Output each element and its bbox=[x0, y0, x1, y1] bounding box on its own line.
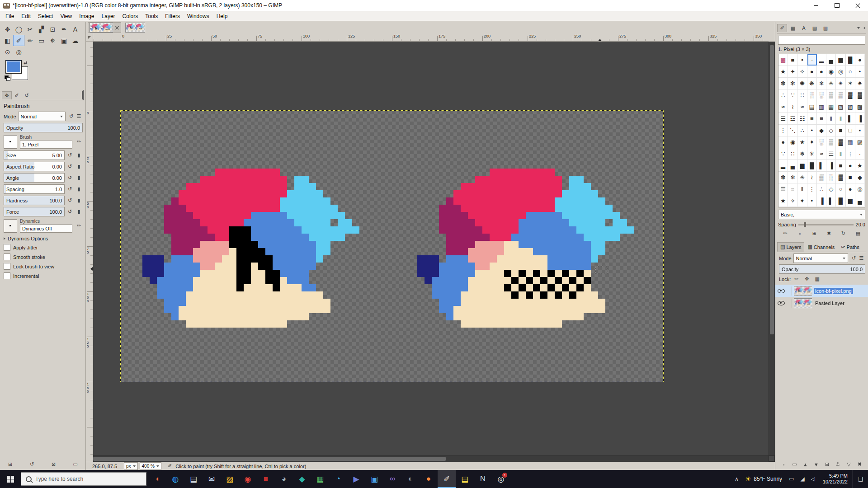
checkbox-box[interactable] bbox=[4, 272, 10, 279]
brush-swatch[interactable]: ☲ bbox=[788, 113, 797, 125]
brush-swatch[interactable]: ▂ bbox=[778, 160, 788, 172]
brush-swatch[interactable]: ≀ bbox=[788, 101, 797, 113]
lock-position[interactable]: ✥ bbox=[803, 275, 811, 283]
brush-swatch[interactable]: ▄ bbox=[826, 54, 836, 66]
brush-swatch[interactable]: ❋ bbox=[807, 78, 817, 89]
brush-swatch[interactable]: ▦ bbox=[846, 136, 855, 148]
menu-layer[interactable]: Layer bbox=[98, 11, 119, 21]
brush-swatch[interactable]: ☰ bbox=[778, 113, 788, 125]
edit-dynamics-icon[interactable]: ✏ bbox=[75, 222, 83, 230]
minimize-button[interactable] bbox=[806, 0, 826, 11]
brush-swatch[interactable]: ≀ bbox=[807, 172, 817, 183]
reset-tool-options[interactable]: ▭ bbox=[71, 460, 79, 468]
start-button[interactable] bbox=[0, 470, 21, 488]
brush-swatch[interactable]: ✽ bbox=[778, 78, 788, 89]
brush-swatch[interactable]: ● bbox=[778, 136, 788, 148]
taskbar-app-4[interactable]: ◕ bbox=[275, 470, 293, 488]
taskbar-app-9[interactable]: ▣ bbox=[365, 470, 383, 488]
brush-filter-input[interactable] bbox=[778, 36, 865, 45]
brush-swatch[interactable]: · bbox=[855, 148, 865, 160]
tool-options-tab[interactable]: ✥ bbox=[2, 91, 12, 99]
brush-swatch[interactable]: □ bbox=[846, 125, 855, 136]
brush-swatch[interactable]: ● bbox=[855, 54, 865, 66]
delete-tool-preset[interactable]: ⊠ bbox=[50, 460, 57, 468]
brush-swatch[interactable]: ❄ bbox=[797, 148, 807, 160]
brush-swatch[interactable]: ● bbox=[807, 66, 817, 78]
brush-tag-filter[interactable]: Basic, bbox=[778, 210, 865, 219]
angle-slider[interactable]: Angle0.00 bbox=[4, 173, 65, 183]
taskbar-app-1[interactable]: ◖ bbox=[148, 470, 166, 488]
brush-swatch[interactable]: ‖ bbox=[836, 148, 845, 160]
refresh-brushes[interactable]: ↻ bbox=[840, 230, 847, 237]
brush-swatch[interactable]: ✦ bbox=[797, 195, 807, 207]
brush-swatch[interactable]: ★ bbox=[778, 195, 788, 207]
brush-swatch[interactable]: ▌ bbox=[826, 195, 836, 207]
brush-swatch[interactable]: ⋮ bbox=[846, 148, 855, 160]
tool-zoom[interactable]: ◎ bbox=[13, 46, 24, 57]
mode-menu-icon[interactable]: ☰ bbox=[858, 254, 865, 262]
taskbar-app-15[interactable]: ◎1 bbox=[492, 470, 510, 488]
taskbar-app-6[interactable]: ▦ bbox=[311, 470, 329, 488]
close-button[interactable] bbox=[847, 0, 868, 11]
tool-free-select[interactable]: ✂ bbox=[24, 23, 36, 35]
brush-swatch[interactable]: ▐ bbox=[826, 160, 836, 172]
menu-select[interactable]: Select bbox=[34, 11, 57, 21]
taskbar-app-7[interactable]: ◔ bbox=[329, 470, 347, 488]
save-tool-preset[interactable]: ⊞ bbox=[6, 460, 14, 468]
visibility-toggle[interactable] bbox=[777, 301, 785, 305]
close-tab-icon[interactable] bbox=[115, 25, 119, 30]
slider-link-icon[interactable]: ▮ bbox=[75, 163, 83, 170]
brush-swatch[interactable]: ❄ bbox=[788, 172, 797, 183]
brushes-tab[interactable]: ✐ bbox=[777, 24, 787, 32]
brush-swatch[interactable]: ▨ bbox=[855, 136, 865, 148]
mode-reset-icon[interactable]: ↺ bbox=[850, 254, 858, 262]
layer-row[interactable]: icon-bf-pixel.png bbox=[775, 285, 868, 297]
brush-swatch[interactable]: ≡ bbox=[817, 113, 826, 125]
horizontal-ruler[interactable]: 0255075100125150175200225250275300325350 bbox=[93, 33, 769, 42]
brush-swatch[interactable]: ∵ bbox=[788, 89, 797, 101]
tool-ellipse-select[interactable]: ◯ bbox=[13, 23, 24, 35]
horizontal-scrollbar[interactable] bbox=[93, 455, 769, 462]
brush-swatch[interactable]: ◉ bbox=[788, 136, 797, 148]
brush-swatch[interactable]: ▩ bbox=[778, 54, 788, 66]
paint-mode-dropdown[interactable]: Normal bbox=[18, 112, 66, 121]
lock-alpha[interactable]: ▦ bbox=[813, 275, 821, 283]
ruler-corner-button[interactable] bbox=[86, 33, 93, 42]
taskbar-app-10[interactable]: ∞ bbox=[383, 470, 401, 488]
slider-link-icon[interactable]: ▮ bbox=[75, 185, 83, 193]
unit-dropdown[interactable]: px bbox=[124, 462, 138, 470]
brush-swatch[interactable]: ▒ bbox=[836, 89, 845, 101]
brush-swatch[interactable]: • bbox=[807, 195, 817, 207]
tray-network-icon[interactable]: ◢ bbox=[797, 476, 807, 482]
brush-swatch[interactable]: █ bbox=[846, 54, 855, 66]
brush-swatch[interactable]: ▧ bbox=[836, 101, 845, 113]
tab-paths[interactable]: ✑Paths bbox=[838, 242, 862, 252]
taskbar-app-11[interactable]: ◐ bbox=[401, 470, 420, 488]
mode-reset-icon[interactable]: ↺ bbox=[67, 113, 75, 120]
brush-swatch[interactable]: ▄ bbox=[855, 195, 865, 207]
brush-swatch[interactable]: ≈ bbox=[797, 101, 807, 113]
taskbar-search[interactable]: Type here to search bbox=[21, 472, 146, 486]
edit-brush[interactable]: ✏ bbox=[782, 230, 789, 237]
brush-swatch[interactable]: ▆ bbox=[797, 160, 807, 172]
brush-swatch[interactable]: ≈ bbox=[817, 148, 826, 160]
gradients-tab[interactable]: ▤ bbox=[810, 24, 820, 32]
layer-mode-dropdown[interactable]: Normal bbox=[793, 253, 848, 263]
slider-reset-icon[interactable]: ↺ bbox=[66, 151, 74, 159]
brush-swatch[interactable]: ■ bbox=[788, 54, 797, 66]
slider-reset-icon[interactable]: ↺ bbox=[66, 208, 74, 216]
menu-view[interactable]: View bbox=[57, 11, 75, 21]
brush-swatch[interactable]: ∴ bbox=[817, 183, 826, 195]
menu-windows[interactable]: Windows bbox=[184, 11, 213, 21]
brush-swatch[interactable]: ✦ bbox=[788, 66, 797, 78]
navigation-button[interactable] bbox=[769, 455, 775, 462]
tool-airbrush[interactable]: ✵ bbox=[47, 35, 58, 46]
menu-image[interactable]: Image bbox=[75, 11, 98, 21]
brush-swatch[interactable]: ★ bbox=[778, 66, 788, 78]
brush-swatch[interactable]: ‖ bbox=[797, 183, 807, 195]
maximize-button[interactable] bbox=[826, 0, 847, 11]
brush-swatch[interactable]: ■ bbox=[846, 172, 855, 183]
tool-clone[interactable]: ▣ bbox=[58, 35, 70, 46]
brush-swatch[interactable]: ⋮ bbox=[807, 183, 817, 195]
brush-swatch[interactable]: ∷ bbox=[797, 89, 807, 101]
